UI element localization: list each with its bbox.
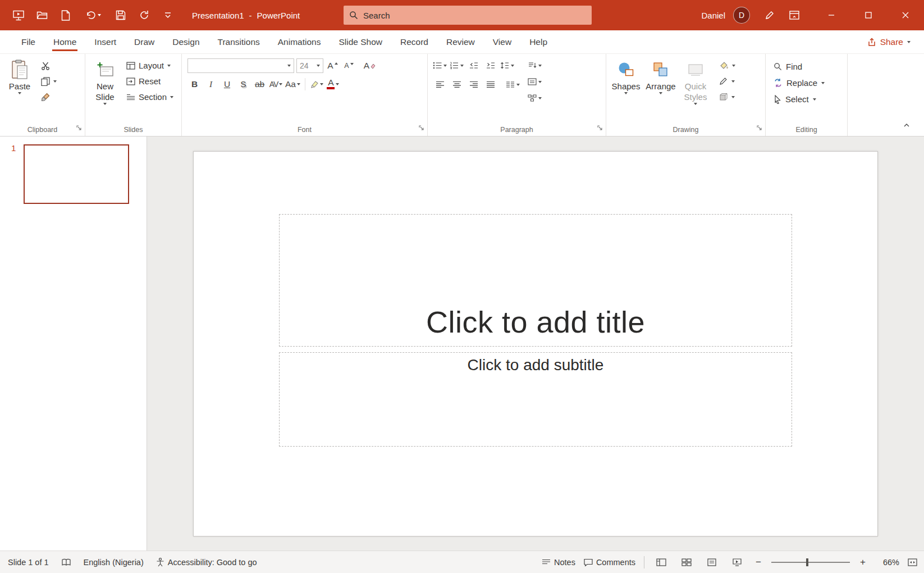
paragraph-dialog-launcher[interactable] [597, 123, 603, 133]
decrease-font-size-button[interactable]: A [342, 59, 356, 73]
clear-formatting-button[interactable]: A [363, 59, 377, 73]
maximize-button[interactable] [850, 0, 887, 30]
find-icon [774, 62, 782, 71]
replace-button[interactable]: Replace [770, 76, 828, 90]
open-button[interactable] [33, 6, 52, 25]
tab-record[interactable]: Record [391, 30, 437, 53]
zoom-slider-thumb[interactable] [806, 558, 809, 566]
slide[interactable]: Click to add title Click to add subtitle [193, 151, 878, 536]
customize-toolbar-button[interactable] [158, 6, 177, 25]
find-button[interactable]: Find [770, 60, 828, 74]
tab-draw[interactable]: Draw [125, 30, 163, 53]
accessibility-status[interactable]: Accessibility: Good to go [156, 558, 257, 567]
notes-button[interactable]: Notes [542, 558, 575, 567]
align-right-button[interactable] [466, 78, 481, 92]
start-slideshow-button[interactable] [9, 6, 28, 25]
close-button[interactable] [887, 0, 924, 30]
line-spacing-button[interactable] [500, 58, 515, 72]
new-slide-button[interactable]: New Slide [88, 57, 122, 105]
align-center-button[interactable] [449, 78, 464, 92]
tab-review[interactable]: Review [437, 30, 484, 53]
spell-check-icon[interactable] [61, 558, 71, 566]
tab-home[interactable]: Home [44, 30, 85, 53]
bold-button[interactable]: B [187, 77, 202, 91]
language-indicator[interactable]: English (Nigeria) [84, 558, 144, 567]
justify-button[interactable] [483, 78, 498, 92]
copy-button[interactable] [38, 74, 60, 88]
align-left-button[interactable] [432, 78, 447, 92]
tab-file[interactable]: File [12, 30, 44, 53]
collapse-ribbon-button[interactable] [899, 119, 914, 131]
title-placeholder[interactable]: Click to add title [279, 214, 792, 347]
tab-animations[interactable]: Animations [269, 30, 330, 53]
status-bar-left: Slide 1 of 1 English (Nigeria) Accessibi… [0, 558, 257, 567]
select-button[interactable]: Select [770, 92, 828, 106]
avatar[interactable]: D [733, 7, 750, 24]
font-color-button[interactable]: A [326, 77, 340, 91]
comments-button[interactable]: Comments [584, 558, 635, 567]
tab-design[interactable]: Design [163, 30, 208, 53]
new-document-button[interactable] [56, 6, 75, 25]
search-box[interactable] [344, 6, 592, 25]
clipboard-dialog-launcher[interactable] [76, 123, 82, 133]
font-name-combobox[interactable] [187, 58, 294, 73]
tab-help[interactable]: Help [520, 30, 556, 53]
shape-effects-button[interactable] [716, 90, 738, 104]
slide-sorter-view-button[interactable] [678, 554, 695, 570]
character-spacing-button[interactable]: AV [269, 77, 283, 91]
cut-button[interactable] [38, 58, 60, 72]
change-case-button[interactable]: Aa [285, 77, 300, 91]
ribbon-display-options-button[interactable] [785, 6, 804, 25]
columns-button[interactable] [505, 78, 520, 92]
paste-button[interactable]: Paste [2, 57, 37, 94]
ink-pen-button[interactable] [760, 6, 779, 25]
bullets-button[interactable] [432, 58, 447, 72]
shape-outline-button[interactable] [716, 74, 738, 88]
slide-thumbnail[interactable] [24, 144, 129, 204]
highlight-color-button[interactable] [310, 77, 324, 91]
save-button[interactable] [111, 6, 130, 25]
numbering-button[interactable] [449, 58, 464, 72]
increase-font-size-button[interactable]: A [326, 59, 340, 73]
tab-transitions[interactable]: Transitions [209, 30, 269, 53]
increase-indent-button[interactable] [483, 58, 498, 72]
quick-styles-button[interactable]: Quick Styles [678, 57, 713, 105]
convert-to-smartart-button[interactable] [527, 91, 542, 105]
undo-button[interactable] [80, 6, 107, 25]
slideshow-view-button[interactable] [729, 554, 745, 570]
tab-slide-show[interactable]: Slide Show [330, 30, 391, 53]
tab-insert[interactable]: Insert [85, 30, 125, 53]
text-shadow-button[interactable]: S [236, 77, 250, 91]
zoom-slider[interactable] [771, 557, 850, 568]
strikethrough-button[interactable]: ab [253, 77, 267, 91]
underline-button[interactable]: U [220, 77, 234, 91]
align-text-button[interactable] [527, 75, 542, 89]
redo-button[interactable] [135, 6, 154, 25]
minimize-icon [828, 12, 835, 19]
search-input[interactable] [363, 11, 586, 20]
subtitle-placeholder[interactable]: Click to add subtitle [279, 352, 792, 447]
decrease-indent-button[interactable] [466, 58, 481, 72]
reset-button[interactable]: Reset [123, 74, 176, 88]
zoom-percentage[interactable]: 66% [876, 558, 899, 567]
share-button[interactable]: Share [862, 30, 916, 53]
minimize-button[interactable] [813, 0, 850, 30]
shape-fill-button[interactable] [716, 58, 738, 72]
slide-indicator[interactable]: Slide 1 of 1 [8, 558, 49, 567]
drawing-dialog-launcher[interactable] [757, 123, 762, 133]
section-button[interactable]: Section [123, 90, 176, 104]
font-dialog-launcher[interactable] [419, 123, 424, 133]
format-painter-button[interactable] [38, 90, 60, 104]
text-direction-button[interactable] [527, 58, 542, 72]
normal-view-button[interactable] [653, 554, 670, 570]
font-size-combobox[interactable]: 24 [296, 58, 323, 73]
italic-button[interactable]: I [204, 77, 218, 91]
layout-button[interactable]: Layout [123, 58, 176, 72]
tab-view[interactable]: View [484, 30, 520, 53]
fit-slide-to-window-button[interactable] [908, 558, 917, 566]
arrange-button[interactable]: Arrange [643, 57, 678, 105]
shapes-button[interactable]: Shapes [609, 57, 643, 105]
zoom-in-button[interactable]: + [858, 557, 867, 568]
reading-view-button[interactable] [703, 554, 720, 570]
zoom-out-button[interactable]: − [754, 557, 763, 568]
